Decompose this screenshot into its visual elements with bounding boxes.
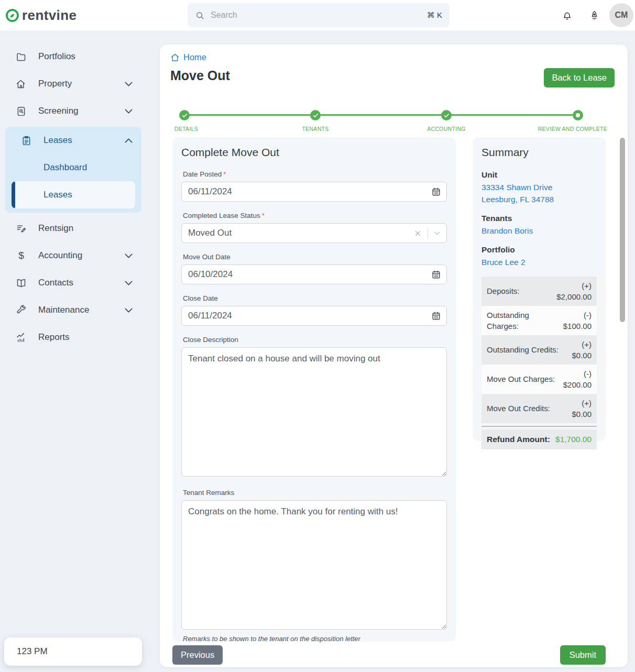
sidebar-item-contacts[interactable]: Contacts [0, 269, 147, 296]
row-amount: $0.00 [572, 350, 592, 361]
field-close-date: Close Date [181, 294, 447, 326]
sidebar-item-portfolios[interactable]: Portfolios [0, 43, 147, 70]
search-icon [195, 10, 205, 20]
sidebar-item-leases-dashboard[interactable]: Dashboard [5, 154, 141, 181]
sidebar-item-accounting[interactable]: $ Accounting [0, 242, 147, 269]
tenants-section-label: Tenants [481, 214, 597, 223]
wrench-icon [16, 305, 27, 316]
row-sign: (+) [572, 398, 592, 409]
field-label: Tenant Remarks [183, 489, 234, 497]
field-tenant-remarks: Tenant Remarks Congrats on the home. Tha… [181, 489, 447, 643]
unit-section-label: Unit [481, 170, 597, 180]
required-marker: * [262, 212, 265, 219]
brand-logo[interactable]: rentvine [5, 0, 76, 30]
sidebar-item-screening[interactable]: Screening [0, 97, 147, 125]
main-content-card: Home Move Out Back to Lease DETAILS TENA… [160, 45, 628, 667]
move-out-date-input[interactable] [181, 265, 447, 284]
sidebar-label: Rentsign [38, 223, 134, 234]
portfolio-link[interactable]: Bruce Lee 2 [481, 257, 597, 268]
chevron-down-icon [123, 278, 134, 289]
sidebar-label: Maintenance [38, 305, 112, 315]
document-search-icon [16, 106, 27, 117]
field-completed-lease-status: Completed Lease Status* Moved Out [181, 212, 447, 243]
step-accounting[interactable] [441, 110, 452, 120]
calendar-icon[interactable] [431, 187, 441, 197]
calendar-icon[interactable] [431, 270, 441, 280]
folder-icon [16, 51, 27, 62]
sidebar-item-maintenance[interactable]: Maintenance [0, 296, 147, 324]
top-bar: rentvine ⌘ K CM [0, 0, 635, 30]
step-label: ACCOUNTING [427, 126, 466, 132]
row-label: Outstanding Credits: [487, 344, 572, 355]
check-icon [181, 112, 188, 119]
tenant-remarks-textarea[interactable]: Congrats on the home. Thank you for rent… [181, 500, 447, 630]
dollar-icon: $ [16, 250, 27, 261]
global-search[interactable]: ⌘ K [188, 3, 450, 27]
summary-row-outstanding-charges: Outstanding Charges: (-)$100.00 [481, 306, 597, 335]
clock-overlay: 123 PM [4, 637, 142, 666]
clock-text: 123 PM [17, 646, 48, 657]
portfolio-section-label: Portfolio [481, 245, 597, 255]
search-input[interactable] [211, 10, 421, 20]
clear-selection-icon[interactable] [413, 229, 422, 238]
complete-move-out-panel: Complete Move Out Date Posted* Completed… [172, 137, 456, 642]
book-icon [16, 278, 27, 289]
row-amount: $2,000.00 [556, 291, 592, 302]
calendar-icon[interactable] [431, 311, 441, 321]
row-amount: $200.00 [563, 379, 592, 390]
step-review-and-complete[interactable] [573, 110, 583, 120]
user-avatar[interactable]: CM [609, 3, 633, 27]
summary-panel: Summary Unit 33334 Shawn Drive Leesburg,… [473, 137, 606, 441]
chevron-down-icon[interactable] [433, 229, 441, 237]
summary-amounts-table: Deposits: (+)$2,000.00 Outstanding Charg… [481, 277, 597, 449]
chevron-down-icon [123, 250, 134, 261]
summary-heading: Summary [481, 146, 597, 159]
sidebar-label: Screening [38, 106, 112, 116]
rocket-icon[interactable] [589, 10, 600, 21]
sidebar-item-property[interactable]: Property [0, 70, 147, 97]
home-icon [170, 53, 180, 62]
breadcrumb-home: Home [183, 52, 206, 62]
previous-button[interactable]: Previous [172, 645, 223, 665]
select-divider [428, 227, 428, 239]
row-sign: (+) [556, 280, 592, 291]
property-house-icon [16, 79, 27, 90]
sidebar-item-leases-leases[interactable]: Leases [12, 181, 135, 208]
row-label: Outstanding Charges: [487, 310, 563, 332]
close-description-textarea[interactable]: Tenant closed on a house and will be mov… [181, 347, 447, 477]
back-to-lease-button[interactable]: Back to Lease [544, 68, 615, 87]
unit-city-link[interactable]: Leesburg, FL 34788 [481, 194, 597, 205]
field-move-out-date: Move Out Date [181, 253, 447, 284]
summary-row-deposits: Deposits: (+)$2,000.00 [481, 277, 597, 306]
summary-divider [481, 426, 597, 427]
row-amount: $100.00 [563, 321, 592, 332]
wizard-stepper: DETAILS TENANTS ACCOUNTING REVIEW AND CO… [160, 110, 628, 137]
step-tenants[interactable] [310, 110, 321, 120]
brand-name: rentvine [22, 7, 76, 24]
scrollbar-thumb[interactable] [620, 138, 625, 322]
chevron-up-icon [123, 135, 134, 146]
tenant-link[interactable]: Brandon Boris [481, 226, 597, 237]
summary-row-move-out-charges: Move Out Charges: (-)$200.00 [481, 365, 597, 394]
sidebar-item-leases[interactable]: Leases [5, 127, 141, 154]
field-date-posted: Date Posted* [181, 170, 447, 202]
sidebar-leases-group: Leases Dashboard Leases [5, 127, 141, 213]
close-date-input[interactable] [181, 306, 447, 326]
sidebar-label: Property [38, 79, 112, 89]
submit-button[interactable]: Submit [560, 645, 606, 665]
summary-row-outstanding-credits: Outstanding Credits: (+)$0.00 [481, 335, 597, 365]
sidebar-label: Leases [43, 190, 72, 200]
step-details[interactable] [179, 110, 190, 120]
field-label: Completed Lease Status [183, 212, 260, 219]
sidebar-item-reports[interactable]: Reports [0, 324, 147, 351]
completed-lease-status-select[interactable]: Moved Out [181, 223, 447, 243]
unit-address-link[interactable]: 33334 Shawn Drive [481, 182, 597, 193]
form-heading: Complete Move Out [181, 146, 447, 159]
sidebar-item-rentsign[interactable]: Rentsign [0, 215, 147, 242]
breadcrumb[interactable]: Home [170, 52, 206, 62]
check-icon [443, 112, 450, 119]
notifications-bell-icon[interactable] [562, 10, 573, 21]
date-posted-input[interactable] [181, 182, 447, 202]
sidebar-label: Reports [38, 332, 134, 343]
check-icon [312, 112, 319, 119]
